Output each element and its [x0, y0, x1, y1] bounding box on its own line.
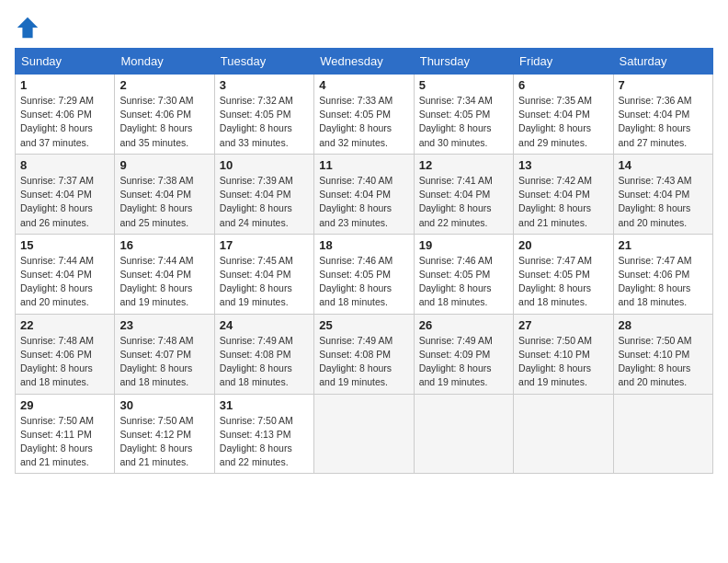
- day-detail: Sunrise: 7:29 AMSunset: 4:06 PMDaylight:…: [20, 94, 109, 150]
- week-row-3: 15 Sunrise: 7:44 AMSunset: 4:04 PMDaylig…: [16, 234, 713, 314]
- week-row-5: 29 Sunrise: 7:50 AMSunset: 4:11 PMDaylig…: [16, 394, 713, 474]
- day-detail: Sunrise: 7:44 AMSunset: 4:04 PMDaylight:…: [20, 254, 109, 310]
- day-detail: Sunrise: 7:50 AMSunset: 4:11 PMDaylight:…: [20, 414, 109, 470]
- calendar-cell: 11 Sunrise: 7:40 AMSunset: 4:04 PMDaylig…: [314, 154, 414, 234]
- day-number: 3: [220, 78, 309, 92]
- day-number: 18: [319, 238, 408, 252]
- day-number: 10: [220, 158, 309, 172]
- day-detail: Sunrise: 7:50 AMSunset: 4:10 PMDaylight:…: [518, 334, 608, 390]
- day-number: 12: [419, 158, 508, 172]
- day-number: 15: [20, 238, 109, 252]
- calendar-cell: 22 Sunrise: 7:48 AMSunset: 4:06 PMDaylig…: [16, 314, 115, 394]
- day-detail: Sunrise: 7:50 AMSunset: 4:13 PMDaylight:…: [220, 414, 309, 470]
- day-detail: Sunrise: 7:46 AMSunset: 4:05 PMDaylight:…: [419, 254, 508, 310]
- calendar-cell: 1 Sunrise: 7:29 AMSunset: 4:06 PMDayligh…: [16, 75, 115, 155]
- calendar-cell: 31 Sunrise: 7:50 AMSunset: 4:13 PMDaylig…: [214, 394, 313, 474]
- day-number: 23: [119, 318, 209, 332]
- week-row-4: 22 Sunrise: 7:48 AMSunset: 4:06 PMDaylig…: [16, 314, 713, 394]
- calendar-cell: 13 Sunrise: 7:42 AMSunset: 4:04 PMDaylig…: [514, 154, 613, 234]
- day-detail: Sunrise: 7:47 AMSunset: 4:05 PMDaylight:…: [518, 254, 608, 310]
- day-detail: Sunrise: 7:42 AMSunset: 4:04 PMDaylight:…: [518, 174, 608, 230]
- day-detail: Sunrise: 7:43 AMSunset: 4:04 PMDaylight:…: [619, 174, 708, 230]
- day-number: 5: [419, 78, 508, 92]
- day-detail: Sunrise: 7:47 AMSunset: 4:06 PMDaylight:…: [619, 254, 708, 310]
- calendar-cell: [414, 394, 513, 474]
- day-number: 1: [20, 78, 109, 92]
- day-number: 28: [619, 318, 708, 332]
- day-detail: Sunrise: 7:41 AMSunset: 4:04 PMDaylight:…: [419, 174, 508, 230]
- calendar-cell: 3 Sunrise: 7:32 AMSunset: 4:05 PMDayligh…: [214, 75, 313, 155]
- day-number: 21: [619, 238, 708, 252]
- day-detail: Sunrise: 7:49 AMSunset: 4:09 PMDaylight:…: [419, 334, 508, 390]
- calendar-cell: 16 Sunrise: 7:44 AMSunset: 4:04 PMDaylig…: [115, 234, 214, 314]
- calendar-cell: 26 Sunrise: 7:49 AMSunset: 4:09 PMDaylig…: [414, 314, 513, 394]
- calendar-cell: 21 Sunrise: 7:47 AMSunset: 4:06 PMDaylig…: [613, 234, 712, 314]
- weekday-header-tuesday: Tuesday: [214, 49, 313, 75]
- day-number: 22: [20, 318, 109, 332]
- calendar-cell: 29 Sunrise: 7:50 AMSunset: 4:11 PMDaylig…: [16, 394, 115, 474]
- logo: [15, 15, 44, 40]
- day-detail: Sunrise: 7:30 AMSunset: 4:06 PMDaylight:…: [119, 94, 209, 150]
- day-number: 26: [419, 318, 508, 332]
- day-number: 16: [119, 238, 209, 252]
- calendar-cell: 27 Sunrise: 7:50 AMSunset: 4:10 PMDaylig…: [514, 314, 613, 394]
- day-detail: Sunrise: 7:32 AMSunset: 4:05 PMDaylight:…: [220, 94, 309, 150]
- day-detail: Sunrise: 7:36 AMSunset: 4:04 PMDaylight:…: [619, 94, 708, 150]
- day-detail: Sunrise: 7:46 AMSunset: 4:05 PMDaylight:…: [319, 254, 408, 310]
- day-number: 31: [220, 398, 309, 412]
- page-header: [15, 15, 713, 40]
- calendar-cell: [514, 394, 613, 474]
- calendar-cell: 2 Sunrise: 7:30 AMSunset: 4:06 PMDayligh…: [115, 75, 214, 155]
- day-number: 7: [619, 78, 708, 92]
- weekday-header-sunday: Sunday: [16, 49, 115, 75]
- day-detail: Sunrise: 7:34 AMSunset: 4:05 PMDaylight:…: [419, 94, 508, 150]
- day-detail: Sunrise: 7:35 AMSunset: 4:04 PMDaylight:…: [518, 94, 608, 150]
- calendar-body: 1 Sunrise: 7:29 AMSunset: 4:06 PMDayligh…: [16, 75, 713, 474]
- week-row-2: 8 Sunrise: 7:37 AMSunset: 4:04 PMDayligh…: [16, 154, 713, 234]
- weekday-header-saturday: Saturday: [613, 49, 712, 75]
- day-number: 27: [518, 318, 608, 332]
- calendar-cell: 25 Sunrise: 7:49 AMSunset: 4:08 PMDaylig…: [314, 314, 414, 394]
- calendar-cell: 17 Sunrise: 7:45 AMSunset: 4:04 PMDaylig…: [214, 234, 313, 314]
- logo-icon: [15, 15, 40, 40]
- day-detail: Sunrise: 7:39 AMSunset: 4:04 PMDaylight:…: [220, 174, 309, 230]
- day-number: 11: [319, 158, 408, 172]
- day-detail: Sunrise: 7:33 AMSunset: 4:05 PMDaylight:…: [319, 94, 408, 150]
- calendar-cell: 19 Sunrise: 7:46 AMSunset: 4:05 PMDaylig…: [414, 234, 513, 314]
- day-number: 4: [319, 78, 408, 92]
- day-detail: Sunrise: 7:38 AMSunset: 4:04 PMDaylight:…: [119, 174, 209, 230]
- calendar-cell: 24 Sunrise: 7:49 AMSunset: 4:08 PMDaylig…: [214, 314, 313, 394]
- svg-marker-0: [17, 17, 38, 38]
- calendar-cell: 7 Sunrise: 7:36 AMSunset: 4:04 PMDayligh…: [613, 75, 712, 155]
- day-detail: Sunrise: 7:37 AMSunset: 4:04 PMDaylight:…: [20, 174, 109, 230]
- day-detail: Sunrise: 7:45 AMSunset: 4:04 PMDaylight:…: [220, 254, 309, 310]
- day-number: 24: [220, 318, 309, 332]
- day-number: 20: [518, 238, 608, 252]
- weekday-header-monday: Monday: [115, 49, 214, 75]
- day-detail: Sunrise: 7:49 AMSunset: 4:08 PMDaylight:…: [220, 334, 309, 390]
- day-number: 9: [119, 158, 209, 172]
- weekday-header-thursday: Thursday: [414, 49, 513, 75]
- day-number: 17: [220, 238, 309, 252]
- weekday-header-row: SundayMondayTuesdayWednesdayThursdayFrid…: [16, 49, 713, 75]
- calendar-cell: 14 Sunrise: 7:43 AMSunset: 4:04 PMDaylig…: [613, 154, 712, 234]
- calendar-cell: 30 Sunrise: 7:50 AMSunset: 4:12 PMDaylig…: [115, 394, 214, 474]
- calendar-cell: 12 Sunrise: 7:41 AMSunset: 4:04 PMDaylig…: [414, 154, 513, 234]
- day-detail: Sunrise: 7:48 AMSunset: 4:06 PMDaylight:…: [20, 334, 109, 390]
- day-detail: Sunrise: 7:44 AMSunset: 4:04 PMDaylight:…: [119, 254, 209, 310]
- calendar-cell: 6 Sunrise: 7:35 AMSunset: 4:04 PMDayligh…: [514, 75, 613, 155]
- weekday-header-friday: Friday: [514, 49, 613, 75]
- calendar-cell: 5 Sunrise: 7:34 AMSunset: 4:05 PMDayligh…: [414, 75, 513, 155]
- calendar-cell: 9 Sunrise: 7:38 AMSunset: 4:04 PMDayligh…: [115, 154, 214, 234]
- calendar-cell: 23 Sunrise: 7:48 AMSunset: 4:07 PMDaylig…: [115, 314, 214, 394]
- day-detail: Sunrise: 7:50 AMSunset: 4:10 PMDaylight:…: [619, 334, 708, 390]
- day-number: 14: [619, 158, 708, 172]
- day-number: 29: [20, 398, 109, 412]
- calendar-cell: 20 Sunrise: 7:47 AMSunset: 4:05 PMDaylig…: [514, 234, 613, 314]
- day-number: 8: [20, 158, 109, 172]
- calendar-cell: 4 Sunrise: 7:33 AMSunset: 4:05 PMDayligh…: [314, 75, 414, 155]
- day-detail: Sunrise: 7:40 AMSunset: 4:04 PMDaylight:…: [319, 174, 408, 230]
- day-number: 13: [518, 158, 608, 172]
- calendar-cell: [314, 394, 414, 474]
- day-number: 25: [319, 318, 408, 332]
